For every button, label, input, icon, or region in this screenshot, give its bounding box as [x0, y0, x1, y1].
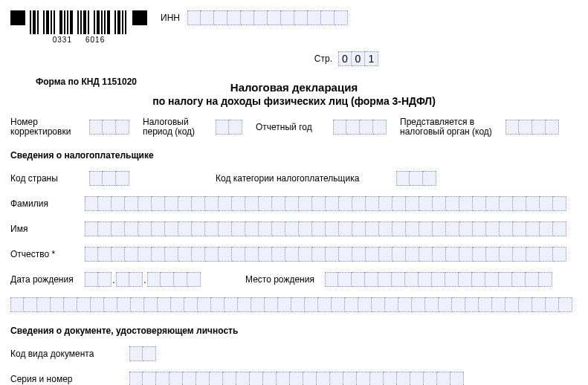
inn-wrap: ИНН [161, 10, 348, 25]
correction-label: Номер корректировки [10, 117, 76, 137]
patronymic-field[interactable] [85, 247, 566, 262]
doc-type-label: Код вида документа [10, 349, 129, 359]
doc-type-row: Код вида документа [10, 346, 578, 361]
barcode-label-right: 6016 [85, 36, 105, 44]
title-line2: по налогу на доходы физических лиц (форм… [10, 95, 578, 107]
black-square-left [10, 10, 25, 25]
name-row: Имя [10, 221, 578, 236]
tax-period-field[interactable] [216, 120, 242, 135]
dob-month-field[interactable] [116, 272, 143, 287]
dob-label: Дата рождения [10, 275, 85, 285]
submitted-to-field[interactable] [505, 120, 559, 135]
surname-row: Фамилия [10, 196, 578, 211]
inn-field[interactable] [187, 10, 348, 25]
dob-day-field[interactable] [85, 272, 112, 287]
country-row: Код страны Код категории налогоплательщи… [10, 171, 578, 186]
tax-period-label: Налоговый период (код) [143, 117, 202, 137]
doc-series-field[interactable] [129, 372, 464, 385]
pob-field[interactable] [325, 272, 552, 287]
taxpayer-category-label: Код категории налогоплательщика [216, 174, 359, 184]
doc-series-label: Серия и номер [10, 375, 129, 384]
barcode-label: 0331 6016 [53, 36, 106, 44]
dob-year-field[interactable] [147, 272, 201, 287]
header-row: 0331 6016 ИНН [10, 10, 578, 44]
dob-row: Дата рождения . . Место рождения [10, 272, 578, 287]
report-year-label: Отчетный год [256, 123, 320, 132]
surname-label: Фамилия [10, 199, 85, 209]
tax-form-page: { "barcode_label_left": "0331", "barcode… [0, 0, 588, 385]
patronymic-label: Отчество * [10, 250, 85, 259]
submitted-to-label: Представляется в налоговый орган (код) [400, 117, 492, 137]
black-square-right [132, 10, 147, 25]
surname-field[interactable] [85, 196, 566, 211]
country-code-field[interactable] [89, 171, 129, 186]
report-year-field[interactable] [333, 120, 387, 135]
doc-series-row: Серия и номер [10, 372, 578, 385]
barcode-label-left: 0331 [53, 36, 72, 44]
pob-label: Место рождения [245, 275, 314, 285]
page-number-row: Стр. 001 [10, 51, 384, 66]
inn-label: ИНН [161, 13, 180, 23]
country-code-label: Код страны [10, 174, 76, 184]
meta-row: Номер корректировки Налоговый период (ко… [10, 117, 578, 137]
section-taxpayer: Сведения о налогоплательщике [10, 150, 578, 161]
name-label: Имя [10, 224, 85, 234]
page-number-field: 001 [338, 51, 378, 66]
page-label: Стр. [314, 54, 332, 64]
doc-type-field[interactable] [129, 346, 156, 361]
section-document: Сведения о документе, удостоверяющем лич… [10, 326, 578, 336]
taxpayer-category-field[interactable] [396, 171, 436, 186]
correction-field[interactable] [89, 120, 129, 135]
pob-field-2[interactable] [10, 297, 572, 312]
pob-row2 [10, 297, 578, 312]
barcode-block: 0331 6016 [30, 10, 128, 44]
barcode [30, 10, 128, 34]
name-field[interactable] [85, 221, 566, 236]
patronymic-row: Отчество * [10, 247, 578, 262]
